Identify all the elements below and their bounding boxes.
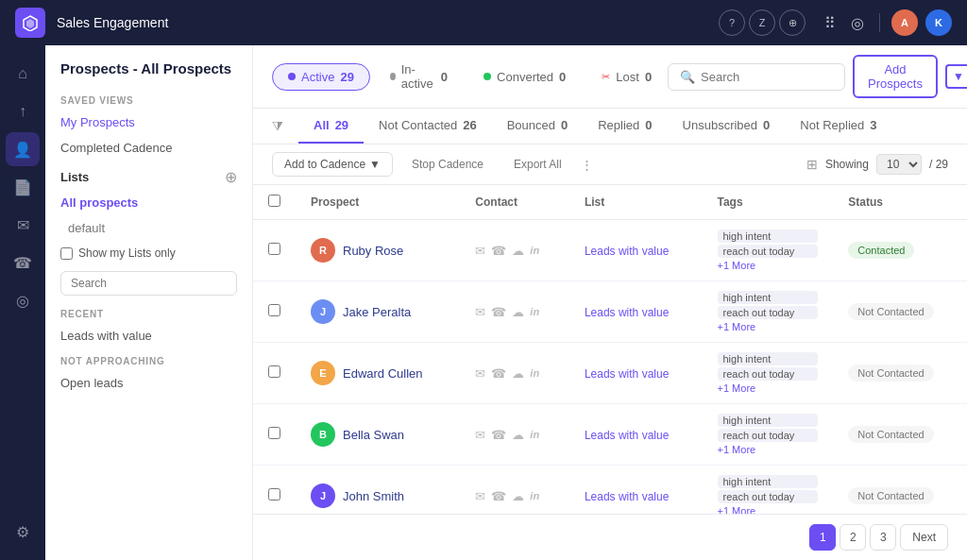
nav-default-list[interactable]: default <box>45 215 252 241</box>
avatar-a[interactable]: A <box>891 9 918 36</box>
not-replied-count: 3 <box>870 118 876 132</box>
tag-more[interactable]: +1 More <box>718 260 819 271</box>
status-cell: Not Contacted <box>833 466 967 515</box>
row-checkbox-4[interactable] <box>268 488 280 501</box>
avatar-k[interactable]: K <box>925 9 952 36</box>
phone-icon[interactable]: ☎ <box>491 489 506 503</box>
nav-leads-with-value[interactable]: Leads with value <box>45 323 252 348</box>
list-name[interactable]: Leads with value <box>585 306 669 319</box>
nav-open-leads[interactable]: Open leads <box>45 370 252 396</box>
status-tab-inactive[interactable]: In-active 0 <box>374 56 464 97</box>
filter-tab-unsubscribed[interactable]: Unsubscribed 0 <box>668 109 786 144</box>
cloud-icon[interactable]: ☁ <box>512 305 524 319</box>
tag-more[interactable]: +1 More <box>718 505 819 514</box>
status-tab-active[interactable]: Active 29 <box>272 63 370 91</box>
filter-icon[interactable]: ⧩ <box>272 118 283 134</box>
per-page-select[interactable]: 10 25 50 <box>876 154 922 175</box>
saved-views-label: SAVED VIEWS <box>45 88 252 110</box>
linkedin-icon[interactable]: in <box>530 245 539 256</box>
active-dot <box>288 73 296 80</box>
more-options-icon[interactable]: ⋮ <box>581 158 593 172</box>
grid-view-icon[interactable]: ⊞ <box>806 157 818 172</box>
cloud-icon[interactable]: ☁ <box>512 244 524 258</box>
email-icon[interactable]: ✉ <box>475 244 485 258</box>
row-checkbox-cell <box>253 404 296 466</box>
list-name[interactable]: Leads with value <box>585 429 669 442</box>
list-search-input[interactable] <box>60 271 237 296</box>
prospect-name[interactable]: John Smith <box>343 489 404 503</box>
show-my-lists-checkbox[interactable] <box>60 247 73 260</box>
tag-more[interactable]: +1 More <box>718 382 819 394</box>
stop-cadence-button[interactable]: Stop Cadence <box>400 153 495 176</box>
linkedin-icon[interactable]: in <box>530 490 539 501</box>
cloud-icon[interactable]: ☁ <box>512 489 524 503</box>
status-tab-lost[interactable]: ✂ Lost 0 <box>585 63 668 91</box>
cloud-icon[interactable]: ☁ <box>512 366 524 381</box>
add-prospects-button[interactable]: Add Prospects <box>853 55 938 98</box>
row-checkbox-1[interactable] <box>268 304 280 316</box>
sidebar-home[interactable]: ⌂ <box>6 57 40 91</box>
sidebar-phone[interactable]: ☎ <box>6 246 40 280</box>
prospect-cell: J John Smith <box>296 466 460 515</box>
user-icon[interactable]: Z <box>749 9 775 36</box>
tag-more[interactable]: +1 More <box>718 321 819 332</box>
page-2-button[interactable]: 2 <box>840 524 866 551</box>
help-icon[interactable]: ? <box>719 9 745 36</box>
page-1-button[interactable]: 1 <box>809 524 836 551</box>
sidebar-documents[interactable]: 📄 <box>6 170 40 204</box>
email-icon[interactable]: ✉ <box>475 305 485 319</box>
contact-cell: ✉ ☎ ☁ in <box>460 466 569 515</box>
filter-tab-replied[interactable]: Replied 0 <box>583 109 667 144</box>
linkedin-icon[interactable]: in <box>530 306 539 317</box>
phone-icon[interactable]: ☎ <box>491 428 506 442</box>
team-icon[interactable]: ⊕ <box>779 9 806 36</box>
phone-icon[interactable]: ☎ <box>491 305 506 319</box>
prospect-name[interactable]: Jake Peralta <box>343 305 411 319</box>
search-input[interactable] <box>701 70 833 84</box>
row-checkbox-0[interactable] <box>268 243 280 255</box>
add-list-icon[interactable]: ⊕ <box>225 168 237 186</box>
list-name[interactable]: Leads with value <box>585 490 669 503</box>
prospect-avatar: R <box>311 238 335 263</box>
nav-completed-cadence[interactable]: Completed Cadence <box>45 135 252 161</box>
sidebar-analytics[interactable]: ◎ <box>6 283 40 317</box>
email-icon[interactable]: ✉ <box>475 428 485 442</box>
filter-tab-all[interactable]: All 29 <box>298 109 364 144</box>
email-icon[interactable]: ✉ <box>475 366 485 381</box>
show-my-lists-toggle[interactable]: Show my Lists only <box>45 241 252 265</box>
linkedin-icon[interactable]: in <box>530 367 539 379</box>
sidebar-email[interactable]: ✉ <box>6 208 40 242</box>
row-checkbox-3[interactable] <box>268 427 280 439</box>
sidebar-contacts[interactable]: 👤 <box>6 132 40 166</box>
add-to-cadence-button[interactable]: Add to Cadence ▼ <box>272 152 393 177</box>
filter-tab-not-replied[interactable]: Not Replied 3 <box>785 109 891 144</box>
sidebar-settings[interactable]: ⚙ <box>6 515 40 549</box>
linkedin-icon[interactable]: in <box>530 429 539 440</box>
prospect-name[interactable]: Bella Swan <box>343 428 404 442</box>
filter-tab-not-contacted[interactable]: Not Contacted 26 <box>364 109 492 144</box>
phone-icon[interactable]: ☎ <box>491 244 506 258</box>
add-prospects-dropdown-icon[interactable]: ▼ <box>945 64 967 89</box>
prospect-info: B Bella Swan <box>311 422 445 447</box>
export-all-button[interactable]: Export All <box>502 153 573 176</box>
select-all-checkbox[interactable] <box>268 195 280 207</box>
status-tab-converted[interactable]: Converted 0 <box>467 63 582 91</box>
list-name[interactable]: Leads with value <box>585 367 669 381</box>
next-page-button[interactable]: Next <box>900 524 948 551</box>
grid-icon[interactable]: ⠿ <box>821 10 840 36</box>
sidebar-upload[interactable]: ↑ <box>6 94 40 128</box>
list-name[interactable]: Leads with value <box>585 245 669 258</box>
nav-my-prospects[interactable]: My Prospects <box>45 110 252 135</box>
prospect-name[interactable]: Ruby Rose <box>343 244 403 258</box>
tag-more[interactable]: +1 More <box>718 444 819 455</box>
email-icon[interactable]: ✉ <box>475 489 485 503</box>
filter-tab-bounced[interactable]: Bounced 0 <box>492 109 584 144</box>
nav-all-prospects[interactable]: All prospects <box>45 190 252 215</box>
prospect-name[interactable]: Edward Cullen <box>343 366 423 381</box>
phone-icon[interactable]: ☎ <box>491 366 506 381</box>
row-checkbox-2[interactable] <box>268 365 280 378</box>
cloud-icon[interactable]: ☁ <box>512 428 524 442</box>
page-3-button[interactable]: 3 <box>870 524 896 551</box>
headset-icon[interactable]: ◎ <box>847 10 868 36</box>
tag-badge: high intent <box>718 414 819 427</box>
